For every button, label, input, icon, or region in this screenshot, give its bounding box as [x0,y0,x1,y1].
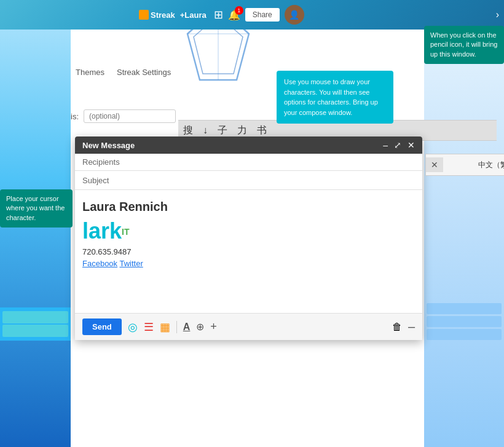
recipients-input[interactable] [132,157,415,167]
grid-icon[interactable]: ⊞ [214,8,223,22]
trash-icon[interactable]: 🗑 [392,322,402,333]
plus-laura: +Laura [180,10,207,20]
themes-link[interactable]: Themes [76,68,104,77]
send-button[interactable]: Send [82,318,122,335]
subject-row: Subject [75,171,422,190]
attach-icon[interactable]: ⊕ [196,321,204,333]
char-li[interactable]: 力 [237,124,247,137]
email-sender-name: Laura Rennich [82,200,415,214]
email-body[interactable]: Laura Rennich larkIT 720.635.9487 Facebo… [75,190,422,313]
social-links: Facebook Twitter [82,259,415,268]
nav-bar: Themes Streak Settings [71,65,176,79]
char-shu[interactable]: 书 [257,124,267,137]
streak-settings-link[interactable]: Streak Settings [117,68,171,77]
phone-number: 720.635.9487 [82,247,415,256]
search-label: is: [71,112,79,121]
bell-container[interactable]: 🔔 1 [228,9,240,21]
top-bar: Streak +Laura ⊞ 🔔 1 Share 👤 › [0,0,504,30]
ime-clear-button[interactable]: ✕ [426,157,443,172]
right-panel-item-3 [427,329,502,340]
font-icon[interactable]: A [183,322,191,333]
streak-icon [139,10,149,20]
right-arrow-icon[interactable]: › [496,9,499,20]
compose-footer: Send ◎ ☰ ▦ A ⊕ + 🗑 – [75,313,422,340]
compose-header: New Message – ⤢ ✕ [75,136,422,154]
facebook-link[interactable]: Facebook [82,259,117,268]
cursor-tooltip: Place your cursor where you want the cha… [0,189,73,227]
ime-text: 中文（繁體中文） [443,157,504,173]
orange-icon[interactable]: ▦ [160,320,170,334]
right-panel-item-1 [427,303,502,314]
mouse-tooltip-text: Use you mouse to draw your characters. Y… [284,78,378,116]
pencil-tooltip-text: When you click on the pencil icon, it wi… [430,31,497,58]
right-panel-item-2 [427,316,502,327]
close-button[interactable]: ✕ [408,140,415,150]
plus-icon[interactable]: + [210,320,217,333]
compose-title: New Message [82,141,135,150]
compose-controls: – ⤢ ✕ [383,140,415,150]
search-input[interactable] [84,109,176,123]
expand-button[interactable]: ⤢ [394,140,401,150]
lark-text: lark [82,218,122,243]
avatar: 👤 [285,5,304,25]
recipients-row: Recipients ✕ 中文（繁體中文） › [75,154,422,171]
compose-body: Recipients ✕ 中文（繁體中文） › Subject Laura Re… [75,154,422,340]
streak-label: Streak [151,10,175,20]
lark-it-text: IT [122,227,129,237]
more-icon[interactable]: – [408,320,415,334]
sidebar-content [0,307,71,341]
twitter-link[interactable]: Twitter [119,259,143,268]
cursor-tooltip-text: Place your cursor where you want the cha… [6,195,65,221]
right-panel-background [424,30,504,447]
circle-check-icon[interactable]: ◎ [128,320,138,334]
char-zi[interactable]: 子 [218,124,227,137]
notification-badge: 1 [235,6,243,15]
stack-icon[interactable]: ☰ [144,320,154,334]
sidebar-item-1 [2,311,68,323]
lark-logo: larkIT [82,220,415,242]
streak-logo: Streak [139,10,175,20]
recipients-label: Recipients [82,157,132,167]
minimize-button[interactable]: – [383,140,388,150]
share-button[interactable]: Share [245,8,280,22]
separator [176,321,177,333]
compose-window: New Message – ⤢ ✕ Recipients ✕ 中文（繁體中文） … [75,136,422,340]
subject-label: Subject [82,176,109,185]
pencil-tooltip: When you click on the pencil icon, it wi… [424,26,504,64]
ime-panel: ✕ 中文（繁體中文） › [425,154,504,176]
mouse-tooltip: Use you mouse to draw your characters. Y… [277,71,393,124]
right-panel [424,301,504,342]
char-arrow[interactable]: ↓ [203,125,208,136]
sidebar-item-2 [2,325,68,337]
char-sou[interactable]: 搜 [183,124,193,137]
